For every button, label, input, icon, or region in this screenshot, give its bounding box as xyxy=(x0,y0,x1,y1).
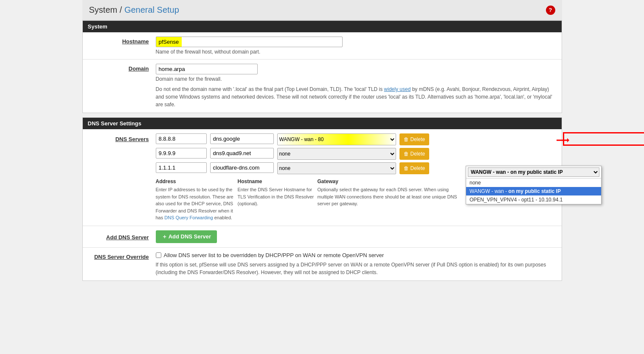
system-section-body: Hostname Name of the firewall host, with… xyxy=(83,32,562,113)
dns-hostname-desc: Hostname Enter the DNS Server Hostname f… xyxy=(238,178,314,221)
hostname-help: Name of the firewall host, without domai… xyxy=(156,49,557,55)
delete-label-2: Delete xyxy=(411,151,425,157)
plus-icon: ＋ xyxy=(162,233,169,240)
page-header: System / General Setup ? xyxy=(82,0,562,20)
hostname-label: Hostname xyxy=(88,37,156,45)
dns-gateway-2[interactable]: none WANGW - wan - 80 xyxy=(277,148,396,160)
address-col-desc: Enter IP addresses to be used by the sys… xyxy=(156,186,234,221)
dns-ip-3[interactable] xyxy=(156,162,207,173)
dns-section-header: DNS Server Settings xyxy=(83,118,562,129)
dns-override-checkbox[interactable] xyxy=(156,252,161,258)
widely-used-link[interactable]: widely used xyxy=(384,86,411,92)
dns-hostname-1[interactable] xyxy=(210,133,274,144)
dns-gateway-1[interactable]: WANGW - wan - 80 none xyxy=(277,133,396,145)
dns-hostname-2[interactable] xyxy=(210,148,274,159)
breadcrumb: System / General Setup xyxy=(89,5,179,15)
dns-servers-label: DNS Servers xyxy=(88,133,156,142)
add-dns-server-row: Add DNS Server ＋ Add DNS Server xyxy=(83,226,562,248)
gateway-dropdown-container-1: WANGW - wan - 80 none xyxy=(277,133,396,145)
gateway-col-title: Gateway xyxy=(318,178,462,185)
dns-override-checkbox-row: Allow DNS server list to be overridden b… xyxy=(156,252,557,258)
add-dns-button[interactable]: ＋ Add DNS Server xyxy=(156,230,217,243)
add-dns-btn-label: Add DNS Server xyxy=(169,233,211,240)
delete-btn-1[interactable]: 🗑 Delete xyxy=(399,133,430,145)
add-dns-content: ＋ Add DNS Server xyxy=(156,230,557,243)
dropdown-option-openvpn[interactable]: OPEN_VPN_VPNV4 - opt11 - 10.10.94.1 xyxy=(466,195,601,204)
delete-label-3: Delete xyxy=(411,165,425,171)
dns-override-label: DNS Server Override xyxy=(88,252,156,260)
dns-override-description: If this option is set, pfSense will use … xyxy=(156,261,557,276)
help-icon[interactable]: ? xyxy=(546,6,555,15)
delete-label-1: Delete xyxy=(411,136,425,142)
dns-query-link[interactable]: DNS Query Forwarding xyxy=(164,215,213,220)
dns-override-content: Allow DNS server list to be overridden b… xyxy=(156,252,557,276)
add-dns-label: Add DNS Server xyxy=(88,232,156,241)
dns-override-row: DNS Server Override Allow DNS server lis… xyxy=(83,248,562,280)
system-section: System Hostname Name of the firewall hos… xyxy=(82,20,562,113)
trash-icon-2: 🗑 xyxy=(404,151,409,157)
gateway-dropdown-overlay: WANGW - wan - on my public static IP non… xyxy=(466,166,602,204)
dns-override-checkbox-label: Allow DNS server list to be overridden b… xyxy=(164,252,384,258)
hostname-input[interactable] xyxy=(156,37,343,47)
delete-btn-3[interactable]: 🗑 Delete xyxy=(399,162,430,174)
red-box-annotation xyxy=(563,132,644,146)
hostname-col-desc: Enter the DNS Server Hostname for TLS Ve… xyxy=(238,186,314,207)
hostname-col-title: Hostname xyxy=(238,178,314,185)
address-col-title: Address xyxy=(156,178,234,185)
system-section-header: System xyxy=(83,21,562,32)
domain-input[interactable] xyxy=(156,64,258,74)
domain-warning: Do not end the domain name with '.local'… xyxy=(156,85,557,108)
hostname-content: Name of the firewall host, without domai… xyxy=(156,37,557,55)
system-section-title: System xyxy=(88,23,107,30)
dns-gateway-desc: Gateway Optionally select the gateway fo… xyxy=(318,178,462,221)
trash-icon-3: 🗑 xyxy=(404,165,409,171)
domain-row: Domain Domain name for the firewall. Do … xyxy=(83,59,562,113)
dns-row-1: WANGW - wan - 80 none 🗑 Delete xyxy=(156,133,557,145)
dns-section-title: DNS Server Settings xyxy=(88,120,141,127)
dropdown-header-row: WANGW - wan - on my public static IP xyxy=(466,166,601,178)
gateway-col-desc: Optionally select the gateway for each D… xyxy=(318,186,462,207)
domain-label: Domain xyxy=(88,64,156,72)
dns-address-desc: Address Enter IP addresses to be used by… xyxy=(156,178,234,221)
dropdown-header-select[interactable]: WANGW - wan - on my public static IP xyxy=(468,167,599,177)
delete-btn-2[interactable]: 🗑 Delete xyxy=(399,148,430,160)
dns-row-2: none WANGW - wan - 80 🗑 Delete xyxy=(156,148,557,160)
breadcrumb-system: System xyxy=(89,5,118,14)
dns-hostname-3[interactable] xyxy=(210,162,274,173)
dns-ip-2[interactable] xyxy=(156,148,207,159)
trash-icon-1: 🗑 xyxy=(404,136,409,142)
domain-content: Domain name for the firewall. Do not end… xyxy=(156,64,557,108)
dns-section-body: DNS Servers WANGW - wan - 80 none xyxy=(83,129,562,280)
hostname-row: Hostname Name of the firewall host, with… xyxy=(83,32,562,59)
domain-help: Domain name for the firewall. xyxy=(156,76,557,82)
svg-marker-1 xyxy=(567,138,569,142)
red-arrow-svg xyxy=(557,136,569,144)
breadcrumb-separator: / xyxy=(120,5,124,14)
dropdown-option-none[interactable]: none xyxy=(466,178,601,187)
breadcrumb-general-setup[interactable]: General Setup xyxy=(124,5,179,14)
dropdown-option-wangw[interactable]: WANGW - wan - on my public static IP xyxy=(466,187,601,195)
dns-ip-1[interactable] xyxy=(156,133,207,144)
dns-gateway-3[interactable]: none WANGW - wan - 80 xyxy=(277,162,396,174)
